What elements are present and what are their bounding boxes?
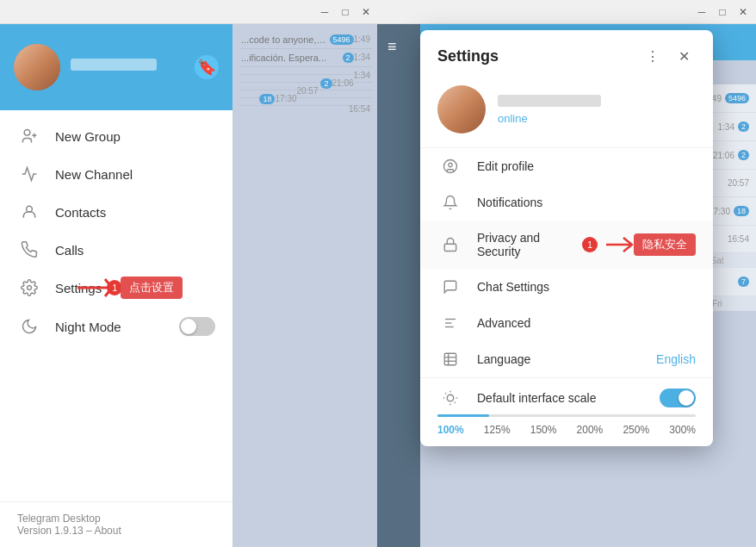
settings-notifications[interactable]: Notifications xyxy=(420,184,713,221)
settings-dialog: Settings ⋮ ✕ online Edit profile xyxy=(420,30,713,446)
svg-point-7 xyxy=(449,163,453,167)
scale-option-200[interactable]: 200% xyxy=(577,424,604,436)
scale-section: Default interface scale 100% 125% 150% 2… xyxy=(420,377,713,446)
maximize-btn[interactable]: □ xyxy=(336,3,355,22)
advanced-icon xyxy=(437,315,463,331)
svg-line-20 xyxy=(445,393,446,394)
menu-label-contacts: Contacts xyxy=(55,205,106,220)
menu-item-calls[interactable]: Calls xyxy=(0,231,232,269)
contacts-icon xyxy=(17,203,41,221)
avatar-image xyxy=(14,44,60,90)
settings-advanced[interactable]: Advanced xyxy=(420,305,713,341)
avatar xyxy=(14,44,60,90)
privacy-badge: 1 xyxy=(582,237,598,252)
language-icon xyxy=(437,351,463,367)
settings-profile-info: online xyxy=(498,95,696,125)
scale-bar-fill xyxy=(437,414,489,417)
red-arrow-left xyxy=(77,276,112,300)
settings-icon xyxy=(17,279,41,296)
night-mode-icon xyxy=(17,318,41,335)
app-name: Telegram Desktop xyxy=(17,513,215,525)
svg-rect-8 xyxy=(444,244,456,251)
bookmark-icon[interactable]: 🔖 xyxy=(195,55,219,79)
settings-language[interactable]: Language English xyxy=(420,341,713,377)
menu-label-new-group: New Group xyxy=(55,129,121,144)
settings-header-actions: ⋮ ✕ xyxy=(641,44,696,68)
app-version: Version 1.9.13 – About xyxy=(17,525,215,537)
close-btn[interactable]: ✕ xyxy=(356,3,375,22)
menu-items: New Group New Channel Contacts xyxy=(0,110,232,501)
toggle-blue-knob xyxy=(679,390,694,406)
scale-option-250[interactable]: 250% xyxy=(623,424,649,436)
settings-close-btn[interactable]: ✕ xyxy=(672,44,696,68)
scale-bar[interactable] xyxy=(437,414,696,417)
edit-profile-label: Edit profile xyxy=(477,159,696,173)
edit-profile-icon xyxy=(437,159,463,174)
menu-label-new-channel: New Channel xyxy=(55,167,133,182)
right-titlebar: ─ □ ✕ xyxy=(377,0,756,24)
settings-edit-profile[interactable]: Edit profile xyxy=(420,148,713,184)
scale-option-150[interactable]: 150% xyxy=(530,424,557,436)
svg-point-17 xyxy=(447,395,454,401)
scale-option-125[interactable]: 125% xyxy=(484,424,511,436)
svg-point-3 xyxy=(27,206,33,212)
menu-item-contacts[interactable]: Contacts xyxy=(0,193,232,231)
settings-online-status: online xyxy=(498,112,696,125)
settings-more-btn[interactable]: ⋮ xyxy=(641,44,665,68)
right-window: ─ □ ✕ ≡ 1:49 5496 1:34 2 21:06 2 20:5 xyxy=(377,0,756,547)
new-channel-icon xyxy=(17,165,41,183)
privacy-tooltip: 隐私安全 xyxy=(634,233,696,256)
menu-footer: Telegram Desktop Version 1.9.13 – About xyxy=(0,501,232,547)
settings-avatar xyxy=(437,85,486,134)
svg-point-4 xyxy=(28,286,32,290)
right-sidebar-strip: ≡ xyxy=(377,24,420,547)
right-close-btn[interactable]: ✕ xyxy=(734,3,753,22)
settings-dialog-header: Settings ⋮ ✕ xyxy=(420,30,713,78)
scale-icon xyxy=(437,390,463,406)
red-arrow-privacy xyxy=(606,235,634,254)
new-group-icon xyxy=(17,127,41,145)
svg-line-21 xyxy=(455,402,455,403)
settings-username xyxy=(498,95,601,107)
svg-point-0 xyxy=(24,130,30,136)
toggle-knob xyxy=(181,319,196,334)
scale-label: Default interface scale xyxy=(477,391,660,405)
chat-settings-label: Chat Settings xyxy=(477,280,696,294)
menu-item-new-channel[interactable]: New Channel xyxy=(0,155,232,193)
menu-label-night-mode: Night Mode xyxy=(55,320,121,334)
profile-header: 🔖 xyxy=(0,24,232,110)
scale-option-100[interactable]: 100% xyxy=(437,424,464,436)
language-label: Language xyxy=(477,352,656,366)
scale-option-300[interactable]: 300% xyxy=(669,424,696,436)
scale-row: Default interface scale xyxy=(437,388,696,407)
settings-tooltip: 点击设置 xyxy=(121,277,183,299)
settings-privacy-security[interactable]: Privacy and Security 1 隐私安全 xyxy=(420,221,713,269)
scale-options: 100% 125% 150% 200% 250% 300% xyxy=(437,424,696,436)
chat-settings-icon xyxy=(437,279,463,295)
notifications-icon xyxy=(437,195,463,210)
privacy-icon xyxy=(437,237,463,252)
profile-name xyxy=(71,59,157,71)
language-value: English xyxy=(656,352,696,366)
left-titlebar: ─ □ ✕ xyxy=(0,0,379,24)
svg-rect-13 xyxy=(444,353,456,365)
settings-chat-settings[interactable]: Chat Settings xyxy=(420,269,713,305)
left-window: ─ □ ✕ 🔖 New Group xyxy=(0,0,379,547)
chat-panel-dimmed: 1:49 5496 ...code to anyone, eve... 1:34… xyxy=(232,24,379,547)
settings-profile-row: online xyxy=(420,78,713,148)
right-minimize-btn[interactable]: ─ xyxy=(692,3,711,22)
calls-icon xyxy=(17,241,41,258)
scale-toggle[interactable] xyxy=(660,388,696,407)
menu-item-new-group[interactable]: New Group xyxy=(0,117,232,155)
notifications-label: Notifications xyxy=(477,196,696,209)
privacy-label: Privacy and Security xyxy=(477,231,582,258)
profile-info xyxy=(60,59,195,76)
svg-point-6 xyxy=(444,160,457,173)
right-maximize-btn[interactable]: □ xyxy=(713,3,732,22)
menu-label-calls: Calls xyxy=(55,243,84,258)
night-mode-toggle[interactable] xyxy=(179,317,215,336)
minimize-btn[interactable]: ─ xyxy=(315,3,334,22)
menu-item-settings[interactable]: Settings 1 点击设置 xyxy=(0,269,232,307)
menu-item-night-mode[interactable]: Night Mode xyxy=(0,307,232,346)
settings-dialog-title: Settings xyxy=(437,47,499,65)
